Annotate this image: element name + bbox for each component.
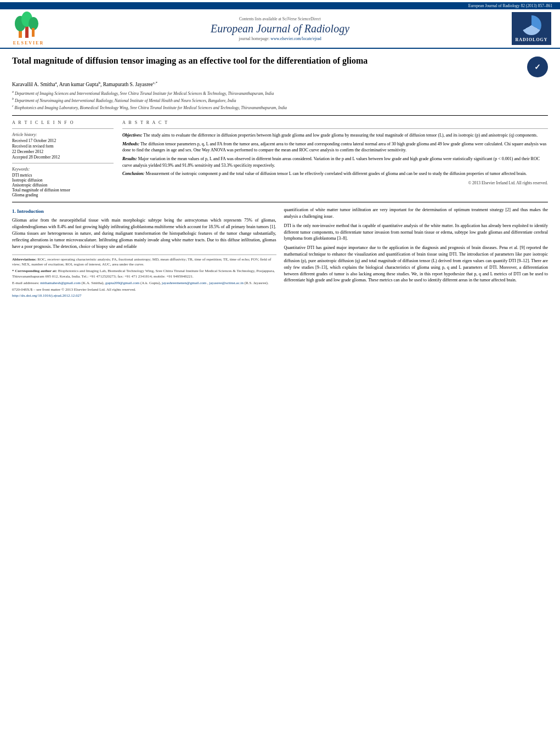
- keywords-label: Keywords:: [12, 167, 114, 172]
- license-text: 0720-048X/$ – see front matter © 2013 El…: [12, 287, 136, 292]
- article-info-header: A R T I C L E I N F O: [12, 120, 114, 125]
- abstract-conclusion: Conclusion: Measurement of the isotropic…: [122, 171, 548, 177]
- body-para-1-text: Gliomas arise from the neuroepithelial t…: [12, 218, 276, 248]
- methods-text: The diffusion tensor parameters p, q, L …: [122, 142, 546, 153]
- svg-text:✓: ✓: [534, 63, 541, 71]
- authors-line: Karavallil A. Smithaa, Arun kumar Guptab…: [12, 81, 548, 87]
- affiliation-b: b Department of Neuroimaging and Interve…: [12, 97, 548, 104]
- elsevier-logo: ELSEVIER: [7, 12, 50, 46]
- sciverse-link: Contents lists available at SciVerse Sci…: [50, 16, 510, 21]
- journal-citation: European Journal of Radiology 82 (2013) …: [468, 3, 552, 8]
- info-divider: [12, 128, 114, 129]
- results-label: Results:: [122, 156, 137, 161]
- article-title: Total magnitude of diffusion tensor imag…: [12, 55, 385, 67]
- received-date: Received 17 October 2012: [12, 138, 114, 143]
- abstract-divider: [122, 128, 548, 129]
- journal-homepage-link[interactable]: www.elsevier.com/locate/ejrad: [270, 36, 321, 41]
- results-text: Major variation in the mean values of p,…: [122, 156, 540, 168]
- abstract-objectives: Objectives: The study aims to evaluate t…: [122, 132, 548, 139]
- affiliations: a Department of Imaging Sciences and Int…: [12, 89, 548, 111]
- abstract-methods: Methods: The diffusion tensor parameters…: [122, 141, 548, 154]
- abstract-content: Objectives: The study aims to evaluate t…: [122, 132, 548, 186]
- crossmark-icon: ✓: [527, 56, 548, 77]
- page-header: European Journal of Radiology 82 (2013) …: [0, 0, 560, 49]
- abbreviations-text: ROC, receiver operating characteristic a…: [12, 257, 271, 267]
- corresponding-footnote: * Corresponding author at: Biophotonics …: [12, 269, 276, 280]
- jayashree-email-1[interactable]: jayashreemenen@gmail.com: [162, 281, 206, 285]
- conclusion-label: Conclusion:: [122, 171, 144, 176]
- keywords-divider: [12, 163, 114, 163]
- radiology-box: RADIOLOGY: [512, 12, 551, 45]
- radiology-circle-icon: [522, 15, 541, 35]
- title-divider: [12, 115, 548, 116]
- keyword-dti: DTI metrics: [12, 173, 114, 178]
- affiliation-c: c Biophotonics and Imaging Laboratory, B…: [12, 104, 548, 111]
- revised-date: 22 December 2012: [12, 149, 114, 154]
- journal-main-title: European Journal of Radiology: [50, 22, 510, 35]
- article-info-column: A R T I C L E I N F O Article history: R…: [12, 120, 114, 197]
- body-para-right-3: Quantitative DTI has gained major import…: [284, 245, 548, 284]
- email-rest: (K.A. Smitha),: [82, 281, 105, 285]
- journal-homepage: journal homepage: www.elsevier.com/locat…: [50, 36, 510, 41]
- body-para-right-1-text: quantification of white matter tumor inf…: [284, 207, 548, 219]
- abstract-header: A B S T R A C T: [122, 120, 548, 125]
- body-content: 1. Introduction Gliomas arise from the n…: [12, 207, 548, 300]
- accepted-date: Accepted 28 December 2012: [12, 155, 114, 160]
- body-para-right-2-text: DTI is the only non-invasive method that…: [284, 223, 548, 241]
- keyword-anisotropic: Anisotropic diffusion: [12, 183, 114, 188]
- copyright-line: © 2013 Elsevier Ireland Ltd. All rights …: [122, 180, 548, 186]
- footnotes: Abbreviations: ROC, receiver operating c…: [12, 254, 276, 299]
- elsevier-tree-icon: [14, 12, 43, 40]
- history-label: Article history:: [12, 132, 114, 137]
- body-col-left: 1. Introduction Gliomas arise from the n…: [12, 207, 276, 300]
- crossmark-logo: ✓: [527, 56, 548, 77]
- jayashree-email-2[interactable]: jayasree@sctinst.ac.in: [210, 281, 244, 285]
- license-footnote: 0720-048X/$ – see front matter © 2013 El…: [12, 287, 276, 293]
- article-container: Total magnitude of diffusion tensor imag…: [0, 49, 560, 307]
- abbreviations-footnote: Abbreviations: ROC, receiver operating c…: [12, 257, 276, 268]
- abstract-results: Results: Major variation in the mean val…: [122, 156, 548, 168]
- intro-section-title: 1. Introduction: [12, 208, 276, 215]
- journal-volume-info: European Journal of Radiology 82 (2013) …: [0, 2, 560, 9]
- objectives-label: Objectives:: [122, 133, 142, 138]
- journal-title-area: Contents lists available at SciVerse Sci…: [50, 16, 510, 41]
- email-footnote: E-mail addresses: mithamahesh@gmail.com …: [12, 281, 276, 286]
- article-info-abstract-section: A R T I C L E I N F O Article history: R…: [12, 120, 548, 197]
- affiliation-a: a Department of Imaging Sciences and Int…: [12, 89, 548, 97]
- body-para-right-1: quantification of white matter tumor inf…: [284, 207, 548, 220]
- received-revised-label: Received in revised form: [12, 144, 114, 149]
- body-divider: [12, 202, 548, 202]
- email-label: E-mail addresses:: [12, 281, 39, 285]
- keyword-isotropic: Isotropic diffusion: [12, 178, 114, 183]
- doi-link[interactable]: http://dx.doi.org/10.1016/j.ejrad.2012.1…: [12, 293, 81, 298]
- gupta-name: (A.k. Gupta),: [140, 281, 162, 285]
- keyword-glioma: Glioma grading: [12, 193, 114, 197]
- gupta-email-link[interactable]: gupta209@gmail.com: [105, 281, 139, 285]
- journal-banner: ELSEVIER Contents lists available at Sci…: [0, 9, 560, 48]
- objectives-text: The study aims to evaluate the differenc…: [142, 133, 538, 138]
- corresponding-label: * Corresponding author at:: [12, 269, 57, 273]
- body-para-right-3-text: Quantitative DTI has gained major import…: [284, 245, 548, 282]
- body-col-right: quantification of white matter tumor inf…: [284, 207, 548, 300]
- radiology-logo: RADIOLOGY: [510, 12, 553, 45]
- methods-label: Methods:: [122, 142, 139, 146]
- abstract-column: A B S T R A C T Objectives: The study ai…: [122, 120, 548, 197]
- email-link[interactable]: mithamahesh@gmail.com: [40, 281, 81, 285]
- abbreviations-label: Abbreviations:: [12, 257, 37, 262]
- conclusion-text: Measurement of the isotropic component p…: [144, 171, 527, 176]
- doi-footnote: http://dx.doi.org/10.1016/j.ejrad.2012.1…: [12, 293, 276, 299]
- body-para-right-2: DTI is the only non-invasive method that…: [284, 223, 548, 242]
- keyword-total-magnitude: Total magnitude of diffusion tensor: [12, 188, 114, 193]
- body-para-1: Gliomas arise from the neuroepithelial t…: [12, 217, 276, 250]
- elsevier-label: ELSEVIER: [13, 41, 44, 46]
- svg-rect-5: [32, 28, 35, 37]
- radiology-label: RADIOLOGY: [515, 37, 547, 42]
